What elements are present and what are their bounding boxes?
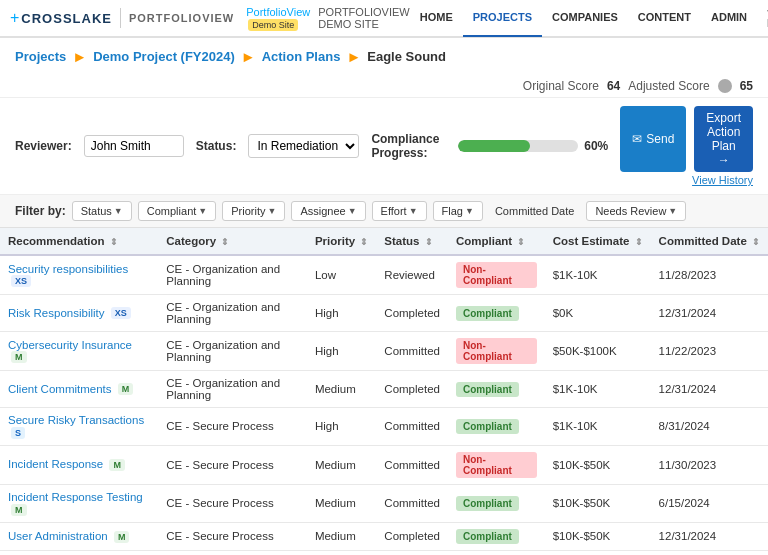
recommendation-link[interactable]: Cybersecurity Insurance [8, 339, 132, 351]
sort-status: ⇕ [425, 237, 433, 247]
status-caret: ▼ [114, 206, 123, 216]
table-row: Risk Responsibility XS CE - Organization… [0, 295, 768, 332]
cell-priority: Medium [307, 445, 376, 484]
filter-label: Filter by: [15, 204, 66, 218]
cell-cost: $50K-$100K [545, 550, 651, 555]
nav-projects[interactable]: PROJECTS [463, 0, 542, 37]
adjusted-score-label: Adjusted Score [628, 79, 709, 93]
table-row: Secure Risky Transactions S CE - Secure … [0, 408, 768, 446]
cell-status: Committed [376, 332, 448, 371]
recommendation-link[interactable]: User Administration [8, 530, 108, 542]
send-label: Send [646, 132, 674, 146]
nav-companies[interactable]: COMPANIES [542, 0, 628, 37]
breadcrumb-demo-project[interactable]: Demo Project (FY2024) [93, 49, 235, 64]
recommendation-badge: XS [111, 307, 131, 319]
cell-category: CE - Secure Process [158, 522, 307, 550]
btn-row: ✉ Send Export Action Plan → [620, 106, 753, 172]
cell-compliant: Non-Compliant [448, 445, 545, 484]
cell-priority: High [307, 408, 376, 446]
cell-recommendation: Incident Response M [0, 445, 158, 484]
filter-status[interactable]: Status ▼ [72, 201, 132, 221]
table-row: Security responsibilities XS CE - Organi… [0, 255, 768, 295]
cell-compliant: Compliant [448, 484, 545, 522]
breadcrumb-sep-1: ► [72, 48, 87, 65]
export-button[interactable]: Export Action Plan → [694, 106, 753, 172]
recommendation-link[interactable]: Security responsibilities [8, 263, 128, 275]
cell-category: CE - Recurring Hygiene [158, 550, 307, 555]
cell-date: 12/31/2024 [651, 295, 768, 332]
cell-date: 11/8/2023 [651, 550, 768, 555]
breadcrumb-projects[interactable]: Projects [15, 49, 66, 64]
breadcrumb: Projects ► Demo Project (FY2024) ► Actio… [0, 38, 768, 75]
compliance-label: Compliance Progress: [371, 132, 446, 160]
filter-compliant[interactable]: Compliant ▼ [138, 201, 216, 221]
compliant-badge: Non-Compliant [456, 452, 537, 478]
recommendation-badge: S [11, 427, 25, 439]
cell-priority: Medium [307, 522, 376, 550]
filter-priority[interactable]: Priority ▼ [222, 201, 285, 221]
cell-cost: $1K-10K [545, 255, 651, 295]
cell-date: 11/28/2023 [651, 255, 768, 295]
compliant-badge: Non-Compliant [456, 338, 537, 364]
cell-status: Completed [376, 522, 448, 550]
nav-logout[interactable]: ⮨ LOGOUT [757, 0, 768, 37]
nav-home[interactable]: HOME [410, 0, 463, 37]
cell-cost: $10K-$50K [545, 522, 651, 550]
recommendation-link[interactable]: Incident Response [8, 458, 103, 470]
table-head: Recommendation ⇕ Category ⇕ Priority ⇕ S… [0, 228, 768, 255]
cell-cost: $1K-10K [545, 408, 651, 446]
sort-priority: ⇕ [360, 237, 368, 247]
col-category[interactable]: Category ⇕ [158, 228, 307, 255]
col-committed-date[interactable]: Committed Date ⇕ [651, 228, 768, 255]
nav-content[interactable]: CONTENT [628, 0, 701, 37]
cell-category: CE - Organization and Planning [158, 371, 307, 408]
cell-category: CE - Organization and Planning [158, 332, 307, 371]
send-button[interactable]: ✉ Send [620, 106, 686, 172]
col-status[interactable]: Status ⇕ [376, 228, 448, 255]
cell-category: CE - Secure Process [158, 408, 307, 446]
portfolio-text: PORTFOLIOVIEW [129, 12, 234, 24]
recommendation-link[interactable]: Risk Responsibility [8, 307, 105, 319]
cell-recommendation: Secure Risky Transactions S [0, 408, 158, 446]
recommendation-link[interactable]: Client Commitments [8, 383, 112, 395]
progress-bar-fill [458, 140, 530, 152]
recommendation-link[interactable]: Incident Response Testing [8, 491, 143, 503]
cell-category: CE - Secure Process [158, 445, 307, 484]
sort-category: ⇕ [221, 237, 229, 247]
cell-status: Completed [376, 371, 448, 408]
filter-effort[interactable]: Effort ▼ [372, 201, 427, 221]
controls-bar: Reviewer: Status: In Remediation Complet… [0, 97, 768, 195]
table-row: Incident Response Testing M CE - Secure … [0, 484, 768, 522]
breadcrumb-action-plans[interactable]: Action Plans [262, 49, 341, 64]
portfolioview-demo-link[interactable]: PortfolioView Demo Site [246, 6, 310, 30]
compliant-badge: Compliant [456, 306, 519, 321]
adjusted-score-value: 65 [740, 79, 753, 93]
status-select[interactable]: In Remediation Completed Pending [248, 134, 359, 158]
cell-status: Committed [376, 408, 448, 446]
recommendation-link[interactable]: Secure Risky Transactions [8, 414, 144, 426]
reviewer-input[interactable] [84, 135, 184, 157]
filter-committed-date[interactable]: Committed Date [489, 202, 580, 220]
cell-compliant: Compliant [448, 550, 545, 555]
portfolioview-site-link[interactable]: PORTFOLIOVIEW DEMO SITE [318, 6, 409, 30]
col-priority[interactable]: Priority ⇕ [307, 228, 376, 255]
reviewer-label: Reviewer: [15, 139, 72, 153]
top-nav: + CROSSLAKE PORTFOLIOVIEW PortfolioView … [0, 0, 768, 38]
view-history-link[interactable]: View History [692, 174, 753, 186]
nav-admin[interactable]: ADMIN [701, 0, 757, 37]
col-cost[interactable]: Cost Estimate ⇕ [545, 228, 651, 255]
breadcrumb-current: Eagle Sound [367, 49, 446, 64]
col-compliant[interactable]: Compliant ⇕ [448, 228, 545, 255]
filter-assignee[interactable]: Assignee ▼ [291, 201, 365, 221]
cell-date: 11/30/2023 [651, 445, 768, 484]
col-recommendation[interactable]: Recommendation ⇕ [0, 228, 158, 255]
original-score-value: 64 [607, 79, 620, 93]
compliance-block: 60% [458, 139, 608, 153]
compliance-pct: 60% [584, 139, 608, 153]
cell-recommendation: Client Commitments M [0, 371, 158, 408]
filter-flag[interactable]: Flag ▼ [433, 201, 483, 221]
recommendations-table: Recommendation ⇕ Category ⇕ Priority ⇕ S… [0, 228, 768, 555]
filter-needs-review[interactable]: Needs Review ▼ [586, 201, 686, 221]
progress-bar-wrap [458, 140, 578, 152]
cell-status: Reviewed [376, 255, 448, 295]
